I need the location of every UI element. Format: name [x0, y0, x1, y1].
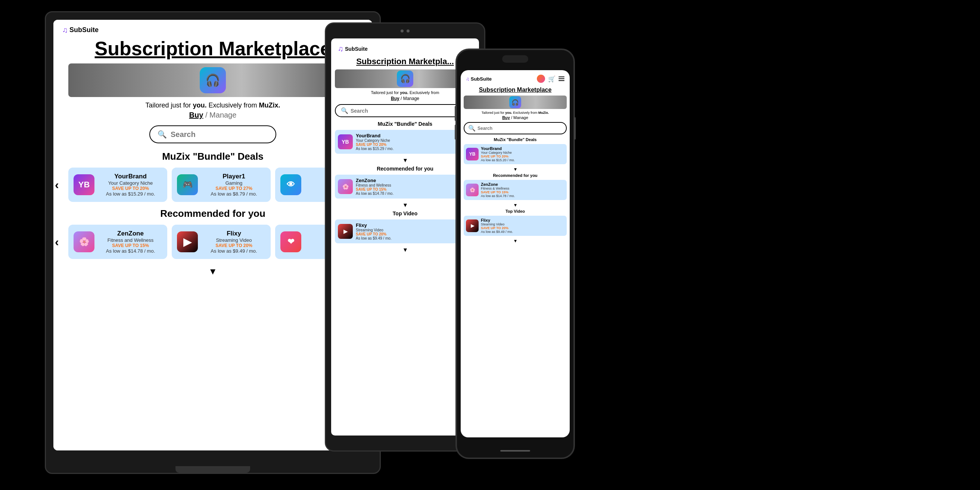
phone-home-indicator: [500, 450, 530, 452]
tablet-zenzone-info: ZenZone Fitness and Wellness SAVE UP TO …: [356, 178, 393, 196]
flixy-name: Flixy: [202, 230, 266, 237]
phone-shell: ♫ SubSuite 🛒 Subscription Marketplace: [455, 49, 575, 459]
player1-card[interactable]: 🎮 Player1 Gaming SAVE UP TO 27% As low a…: [172, 167, 270, 202]
tablet-hero-banner: 🎧: [335, 69, 475, 88]
tablet-chevron-1[interactable]: ▾: [335, 156, 475, 164]
yourbrand-price: As low as $15.29 / mo.: [99, 191, 162, 197]
phone-top-video-title: Top Video: [464, 209, 567, 213]
tablet-search-bar[interactable]: 🔍: [335, 104, 475, 117]
phone-search-bar[interactable]: 🔍: [464, 122, 567, 134]
tablet-search-input[interactable]: [350, 108, 469, 114]
phone-vol-up-button: [455, 106, 456, 121]
phone-buy-link[interactable]: Buy: [502, 115, 510, 120]
phone-flixy-info: Flixy Steaming Video SAVE UP TO 20% As l…: [481, 218, 513, 234]
phone-yourbrand-info: YourBrand Your Category Niche SAVE UP TO…: [481, 146, 515, 162]
tablet-zenzone-card[interactable]: 🌸 ZenZone Fitness and Wellness SAVE UP T…: [335, 175, 475, 199]
search-bar[interactable]: 🔍: [150, 126, 276, 143]
phone-power-button: [574, 117, 576, 140]
phone-chevron-1[interactable]: ▾: [464, 166, 567, 172]
tablet-yourbrand-info: YourBrand Your Category Niche SAVE UP TO…: [356, 133, 393, 151]
tablet-chevron-2[interactable]: ▾: [335, 201, 475, 209]
phone-manage-link: Manage: [513, 115, 528, 120]
recommended-cards-row: ‹ 🌸 ZenZone Fitness and Wellness SAVE UP…: [68, 225, 357, 259]
phone-links: Buy / Manage: [464, 115, 567, 120]
tablet-logo-text: SubSuite: [345, 46, 368, 52]
phone-chevron-3[interactable]: ▾: [464, 238, 567, 244]
phone-topbar: ♫ SubSuite 🛒: [464, 73, 567, 84]
phone-zenzone-icon: 🌸: [466, 184, 479, 196]
flixy-card[interactable]: ▶ Flixy Streaming Video SAVE UP TO 20% A…: [172, 225, 270, 259]
player1-price: As low as $8.79 / mo.: [202, 191, 266, 197]
phone-notch: [502, 55, 528, 63]
tablet-search-icon: 🔍: [341, 107, 348, 114]
player1-save: SAVE UP TO 27%: [202, 186, 266, 191]
buy-link[interactable]: Buy: [189, 111, 204, 119]
laptop-screen: ♫ SubSuite Subscription Marketplace 🎧 Ta…: [53, 20, 372, 450]
manage-link: Manage: [210, 111, 236, 119]
player1-category: Gaming: [202, 180, 266, 186]
laptop-topbar: ♫ SubSuite: [53, 20, 372, 37]
phone-zenzone-card[interactable]: 🌸 ZenZone Fitness & Wellness SAVE UP TO …: [464, 180, 567, 200]
phone-avatar[interactable]: [537, 75, 545, 83]
phone-logo-icon: ♫: [466, 76, 470, 82]
tablet-flixy-card[interactable]: ▶ Flixy Streaming Video SAVE UP TO 20% A…: [335, 220, 475, 243]
phone-content: ♫ SubSuite 🛒 Subscription Marketplace: [461, 70, 570, 438]
prev-arrow[interactable]: ‹: [55, 178, 59, 192]
page-title: Subscription Marketplace: [68, 37, 357, 60]
tablet-yourbrand-card[interactable]: YB YourBrand Your Category Niche SAVE UP…: [335, 130, 475, 154]
phone-cart-icon[interactable]: 🛒: [548, 75, 555, 83]
hero-links: Buy / Manage: [68, 111, 357, 119]
phone-vol-down-button: [455, 125, 456, 140]
recommended-section-title: Recommended for you: [68, 208, 357, 220]
phone-device: ♫ SubSuite 🛒 Subscription Marketplace: [455, 49, 575, 459]
yourbrand-icon: YB: [73, 174, 94, 195]
logo-icon: ♫: [62, 26, 68, 34]
yourbrand-card[interactable]: YB YourBrand Your Category Niche SAVE UP…: [68, 167, 167, 202]
flixy-category: Streaming Video: [202, 237, 266, 243]
tablet-flixy-info: Flixy Streaming Video SAVE UP TO 20% As …: [356, 223, 391, 240]
tablet-hero-icon: 🎧: [397, 70, 413, 87]
zenzone-name: ZenZone: [99, 230, 162, 237]
zenzone-card[interactable]: 🌸 ZenZone Fitness and Wellness SAVE UP T…: [68, 225, 167, 259]
tablet-top-video-title: Top Video: [335, 210, 475, 216]
tablet-dot-1: [401, 29, 404, 32]
partial-icon: 👁: [280, 174, 301, 195]
hero-tagline: Tailored just for you. Exclusively from …: [68, 102, 357, 109]
subsuite-logo: ♫ SubSuite: [62, 26, 363, 34]
phone-chevron-2[interactable]: ▾: [464, 202, 567, 208]
search-icon: 🔍: [158, 130, 167, 139]
flixy-price: As low as $9.49 / mo.: [202, 248, 266, 254]
tablet-logo-icon: ♫: [338, 45, 344, 53]
bundle-cards-row: ‹ YB YourBrand Your Category Niche SAVE …: [68, 167, 357, 202]
phone-tagline: Tailored just for you. Exclusively from …: [464, 111, 567, 115]
phone-flixy-card[interactable]: ▶ Flixy Steaming Video SAVE UP TO 20% As…: [464, 216, 567, 236]
tablet-buy-link[interactable]: Buy: [391, 96, 399, 101]
yourbrand-save: SAVE UP TO 20%: [99, 186, 162, 191]
search-input[interactable]: [170, 130, 268, 139]
phone-menu-button[interactable]: [558, 76, 565, 81]
phone-search-input[interactable]: [477, 126, 562, 131]
phone-hero-icon: 🎧: [509, 96, 521, 108]
bundle-section-title: MuZix "Bundle" Deals: [68, 151, 357, 162]
phone-screen: ♫ SubSuite 🛒 Subscription Marketplace: [461, 70, 570, 438]
player1-name: Player1: [202, 173, 266, 180]
phone-search-icon: 🔍: [468, 125, 476, 132]
tablet-camera: [401, 29, 410, 32]
phone-yourbrand-card[interactable]: YB YourBrand Your Category Niche SAVE UP…: [464, 144, 567, 164]
phone-hero-banner: 🎧: [464, 95, 567, 109]
tablet-chevron-3[interactable]: ▾: [335, 245, 475, 254]
player1-info: Player1 Gaming SAVE UP TO 27% As low as …: [202, 173, 266, 197]
scroll-down-chevron[interactable]: ▾: [68, 265, 357, 277]
heart-icon: ❤: [280, 231, 301, 252]
phone-logo-text: SubSuite: [471, 76, 492, 82]
tablet-zenzone-icon: 🌸: [338, 179, 353, 194]
zenzone-save: SAVE UP TO 15%: [99, 243, 162, 248]
laptop-content: ♫ SubSuite Subscription Marketplace 🎧 Ta…: [53, 20, 372, 450]
laptop-base: [175, 466, 250, 473]
prev-arrow-recommended[interactable]: ‹: [55, 235, 59, 249]
zenzone-price: As low as $14.78 / mo.: [99, 248, 162, 254]
tablet-recommended-title: Recommended for you: [335, 166, 475, 172]
yourbrand-info: YourBrand Your Category Niche SAVE UP TO…: [99, 173, 162, 197]
flixy-save: SAVE UP TO 20%: [202, 243, 266, 248]
tablet-topbar: ♫ SubSuite: [335, 42, 475, 57]
